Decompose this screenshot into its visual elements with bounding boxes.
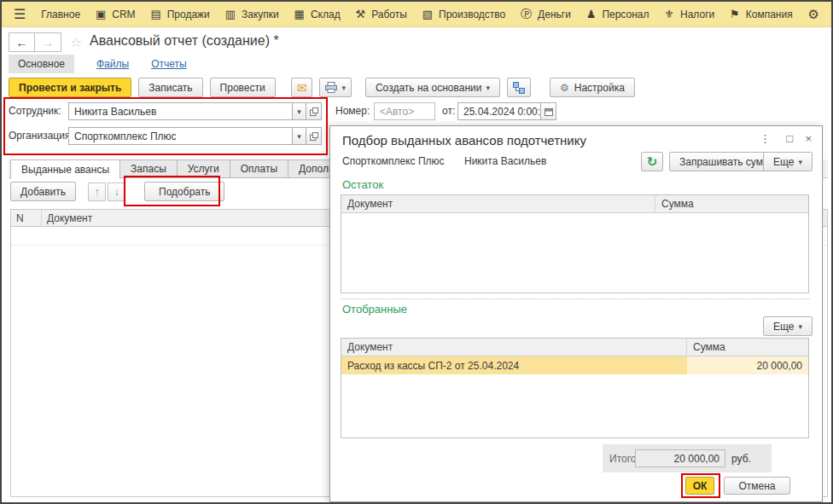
more-button-selected[interactable]: Еще▾ [763, 316, 813, 336]
number-field[interactable]: <Авто> [374, 102, 435, 120]
tab-reports[interactable]: Отчеты [151, 58, 186, 70]
menu-item-works[interactable]: ⚒Работы [356, 8, 407, 20]
menu-item-production[interactable]: ▧Производство [422, 8, 506, 20]
create-based-on-button[interactable]: Создать на основании▾ [365, 78, 500, 97]
more-caret-icon: ▾ [798, 322, 802, 331]
mail-button[interactable]: ✉ [291, 78, 313, 97]
menu-item-sales[interactable]: ▤Продажи [150, 8, 209, 20]
history-nav: ← → [9, 32, 61, 52]
create-based-on-label: Создать на основании [376, 82, 482, 94]
date-field[interactable]: 25.04.2024 0:00:00 [457, 102, 541, 120]
menu-item-label: CRM [112, 9, 135, 20]
menu-item-label: Закупки [242, 9, 279, 20]
refresh-button[interactable]: ↻ [641, 152, 663, 171]
menu-item-purchases[interactable]: ▥Закупки [225, 8, 279, 20]
production-icon: ▧ [422, 8, 433, 20]
open-link-icon [310, 132, 318, 141]
setup-button[interactable]: ⚙Настройка [550, 78, 635, 97]
pick-button[interactable]: Подобрать [144, 182, 224, 201]
add-row-button[interactable]: Добавить [10, 182, 76, 201]
more-label: Еще [773, 321, 794, 333]
dialog-title: Подбор выданных авансов подотчетнику [342, 133, 586, 148]
row-amount-cell[interactable]: 20 000,00 [687, 356, 808, 374]
crm-icon: ▣ [96, 8, 106, 20]
selected-table[interactable]: Документ Сумма Расход из кассы СП-2 от 2… [341, 338, 809, 438]
dialog-organization: Спорткомплекс Плюс [342, 155, 445, 167]
menu-item-crm[interactable]: ▣CRM [96, 8, 136, 20]
tab-files[interactable]: Файлы [96, 58, 129, 70]
post-button[interactable]: Провести [210, 78, 276, 97]
menu-item-taxes[interactable]: ⚜Налоги [664, 8, 714, 20]
dialog-employee: Никита Васильев [464, 155, 546, 167]
doc-tab-advances[interactable]: Выданные авансы [10, 159, 120, 179]
organization-dropdown-button[interactable]: ▾ [292, 127, 306, 145]
column-document[interactable]: Документ [341, 195, 655, 212]
save-button[interactable]: Записать [138, 78, 202, 97]
employee-field[interactable]: Никита Васильев [68, 102, 293, 120]
back-button[interactable]: ← [9, 32, 35, 52]
menu-item-money[interactable]: ⓅДеньги [521, 7, 571, 22]
dialog-more-icon[interactable]: ⋮ [760, 132, 771, 145]
employee-dropdown-button[interactable]: ▾ [292, 102, 306, 120]
menu-item-label: Склад [311, 9, 341, 20]
warehouse-icon: ▦ [294, 8, 305, 20]
forward-button[interactable]: → [35, 32, 61, 52]
print-button[interactable]: ▾ [319, 78, 352, 97]
dialog-maximize-icon[interactable]: □ [786, 132, 793, 145]
tab-main[interactable]: Основное [9, 55, 74, 73]
move-up-button[interactable]: ↑ [88, 182, 106, 201]
selected-table-header: Документ Сумма [341, 339, 808, 356]
menu-item-main[interactable]: Главное [41, 9, 80, 20]
employee-label: Сотрудник: [9, 105, 61, 117]
open-link-icon [310, 107, 318, 116]
total-field: 20 000,00 [635, 449, 725, 467]
menu-item-warehouse[interactable]: ▦Склад [294, 8, 341, 20]
menu-item-label: Персонал [602, 9, 649, 20]
employee-open-button[interactable] [306, 102, 322, 120]
pick-advances-dialog: Подбор выданных авансов подотчетнику ⋮ □… [329, 125, 823, 502]
dialog-close-icon[interactable]: × [805, 132, 812, 145]
doc-tab-payments[interactable]: Оплаты [230, 159, 288, 178]
print-dropdown-caret-icon: ▾ [341, 84, 346, 92]
menu-item-label: Компания [746, 9, 793, 20]
setup-label: Настройка [574, 82, 625, 94]
menu-item-label: Деньги [538, 9, 571, 20]
ok-button[interactable]: ОК [685, 477, 714, 495]
table-command-row: Добавить ↑ ↓ Подобрать [10, 182, 224, 201]
organization-open-button[interactable] [306, 127, 322, 145]
hamburger-menu-icon[interactable]: ☰ [14, 6, 26, 22]
column-amount[interactable]: Сумма [687, 339, 808, 356]
column-amount[interactable]: Сумма [655, 195, 808, 212]
post-and-close-button[interactable]: Провести и закрыть [9, 78, 131, 97]
section-tabs: Основное Файлы Отчеты [9, 55, 187, 73]
menu-item-label: Работы [371, 9, 407, 20]
related-documents-icon [513, 82, 525, 94]
favorite-star-icon[interactable]: ☆ [70, 34, 82, 50]
menu-item-staff[interactable]: ♟Персонал [586, 8, 650, 20]
remainder-section-title: Остаток [342, 178, 383, 191]
money-icon: Ⓟ [521, 7, 532, 22]
purchases-icon: ▥ [225, 8, 236, 20]
more-button-top[interactable]: Еще▾ [763, 152, 813, 171]
row-document-cell[interactable]: Расход из кассы СП-2 от 25.04.2024 [341, 356, 687, 374]
organization-field[interactable]: Спорткомплекс Плюс [68, 127, 293, 145]
printer-icon [325, 82, 337, 93]
total-panel: Итого: 20 000,00 руб. [603, 444, 772, 472]
remainder-table[interactable]: Документ Сумма [341, 194, 809, 293]
more-label: Еще [773, 156, 794, 168]
column-n[interactable]: N [11, 210, 42, 226]
table-row-selected[interactable]: Расход из кассы СП-2 от 25.04.2024 20 00… [341, 356, 808, 374]
date-calendar-button[interactable] [540, 102, 556, 120]
employee-caret-icon: ▾ [297, 107, 301, 116]
settings-gear-icon[interactable]: ⚙ [808, 7, 819, 22]
cancel-button[interactable]: Отмена [724, 477, 790, 495]
refresh-icon: ↻ [647, 154, 658, 170]
column-document[interactable]: Документ [341, 339, 687, 356]
doc-tab-services[interactable]: Услуги [178, 159, 230, 178]
section-divider [341, 298, 809, 299]
page-title: Авансовый отчет (создание) * [90, 33, 279, 49]
doc-tab-stock[interactable]: Запасы [120, 159, 178, 178]
move-down-button[interactable]: ↓ [108, 182, 125, 201]
related-documents-button[interactable] [507, 78, 531, 97]
menu-item-company[interactable]: ⚑Компания [730, 8, 793, 20]
